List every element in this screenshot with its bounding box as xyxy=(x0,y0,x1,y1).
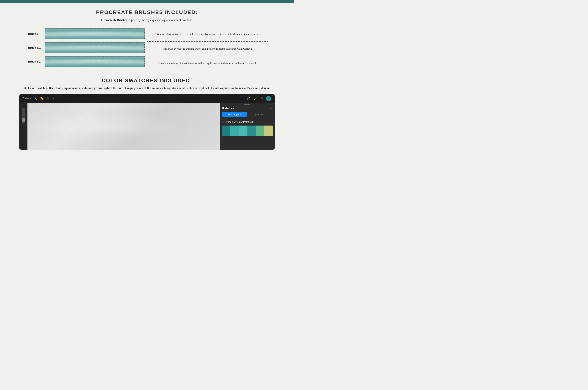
color-subtitle-plain: enabling artists to infuse their artwork… xyxy=(159,87,215,90)
brush-desc-6-text: This brush allows artists to create bold… xyxy=(154,32,261,36)
cards-tab[interactable]: ⊞ Cards xyxy=(247,112,273,117)
cards-tab-label: Cards xyxy=(258,113,265,116)
brush-desc-6: This brush allows artists to create bold… xyxy=(147,27,268,42)
brush-desc-62-text: Offers a wide range of possibilities for… xyxy=(158,61,257,65)
app-body: Palettes + ☰ Compact ⊞ Cards xyxy=(19,103,275,149)
arrow-icon[interactable]: ↗ xyxy=(52,97,54,100)
top-bar xyxy=(0,0,294,3)
palette-check-icon: ✓ xyxy=(222,120,224,123)
app-toolbar: Gallery 🔧 ✏️ 𝒮 ↗ 🖊 🧹 ⧉ xyxy=(19,94,275,103)
compact-tab-label: Compact xyxy=(231,113,241,116)
brush-61-label: Brush 6.1 xyxy=(28,46,43,49)
view-tabs: ☰ Compact ⊞ Cards xyxy=(222,112,273,117)
gallery-button[interactable]: Gallery xyxy=(23,97,31,100)
swatch-5[interactable] xyxy=(256,126,264,136)
swatch-1[interactable] xyxy=(222,126,230,136)
eraser-icon[interactable]: 🧹 xyxy=(253,97,257,100)
edit-icon[interactable]: ✏️ xyxy=(40,97,44,100)
brush-desc-62: Offers a wide range of possibilities for… xyxy=(147,56,268,71)
palette-options-button[interactable]: ··· xyxy=(269,120,272,124)
brushes-section: PROCREATE BRUSHES INCLUDED: 11 Procreate… xyxy=(13,9,281,71)
swatch-2[interactable] xyxy=(230,126,239,136)
palette-item[interactable]: ✓ Poseidon Color Palette 8 ··· xyxy=(220,119,275,125)
brushes-subtitle-plain: inspired by the mystique and aquatic rea… xyxy=(127,18,193,22)
color-subtitle-bold1: 330 Color Swatches: Deep blues, aquamari… xyxy=(23,87,159,90)
pen-icon[interactable]: 🖊 xyxy=(247,97,250,100)
brush-row-61: Brush 6.1 xyxy=(26,41,147,55)
panel-handle[interactable] xyxy=(244,104,250,105)
brush-62-label: Brush 6.2 xyxy=(28,60,43,63)
brush-desc-61-text: This brush evokes the crashing waves and… xyxy=(162,47,253,51)
swatch-6[interactable] xyxy=(264,126,273,136)
add-palette-button[interactable]: + xyxy=(270,106,272,110)
brushes-subtitle: 11 Procreate Brushes inspired by the mys… xyxy=(13,18,281,22)
brush-6-label: Brush 6 xyxy=(28,32,43,36)
color-section-subtitle: 330 Color Swatches: Deep blues, aquamari… xyxy=(13,86,281,91)
cards-tab-icon: ⊞ xyxy=(255,113,257,116)
color-subtitle-bold2: atmospheric ambiance of Poseidon's domai… xyxy=(215,87,271,90)
app-canvas xyxy=(27,103,220,149)
compact-tab[interactable]: ☰ Compact xyxy=(222,112,247,117)
brush-images: Brush 6 Brush 6.1 Brush 6.2 xyxy=(26,27,147,71)
color-picker[interactable] xyxy=(266,96,271,101)
compact-tab-icon: ☰ xyxy=(228,113,230,116)
brushes-grid: Brush 6 Brush 6.1 Brush 6.2 This brush a… xyxy=(26,27,268,71)
color-swatches-row xyxy=(222,126,273,136)
brush-62-swatch xyxy=(45,56,145,67)
palettes-panel: Palettes + ☰ Compact ⊞ Cards xyxy=(220,103,275,149)
slider-thumb xyxy=(22,118,25,122)
swatch-4[interactable] xyxy=(247,126,256,136)
brush-row-62: Brush 6.2 xyxy=(26,55,147,68)
brush-61-swatch xyxy=(45,42,145,53)
procreate-app: Gallery 🔧 ✏️ 𝒮 ↗ 🖊 🧹 ⧉ xyxy=(19,94,275,149)
toolbar-left: Gallery 🔧 ✏️ 𝒮 ↗ xyxy=(23,97,244,100)
swatch-3[interactable] xyxy=(239,126,247,136)
brushes-subtitle-bold: 11 Procreate Brushes xyxy=(101,18,127,22)
brush-descriptions: This brush allows artists to create bold… xyxy=(147,27,268,71)
brush-desc-61: This brush evokes the crashing waves and… xyxy=(147,42,268,56)
brush-size-slider[interactable] xyxy=(22,108,25,124)
palettes-header: Palettes + xyxy=(220,105,275,112)
smudge-icon[interactable]: 𝒮 xyxy=(47,97,49,100)
toolbar-right: 🖊 🧹 ⧉ xyxy=(247,96,271,101)
color-section-title: COLOR SWATCHES INCLUDED: xyxy=(13,78,281,84)
palettes-title: Palettes xyxy=(222,107,234,110)
app-left-panel xyxy=(19,103,27,149)
brush-6-swatch xyxy=(45,28,145,39)
brushes-title: PROCREATE BRUSHES INCLUDED: xyxy=(13,9,281,15)
brush-row-6: Brush 6 xyxy=(26,27,147,41)
palette-name: Poseidon Color Palette 8 xyxy=(226,121,267,123)
layers-icon[interactable]: ⧉ xyxy=(261,97,263,100)
wrench-icon[interactable]: 🔧 xyxy=(34,97,37,100)
color-section: COLOR SWATCHES INCLUDED: 330 Color Swatc… xyxy=(13,78,281,149)
